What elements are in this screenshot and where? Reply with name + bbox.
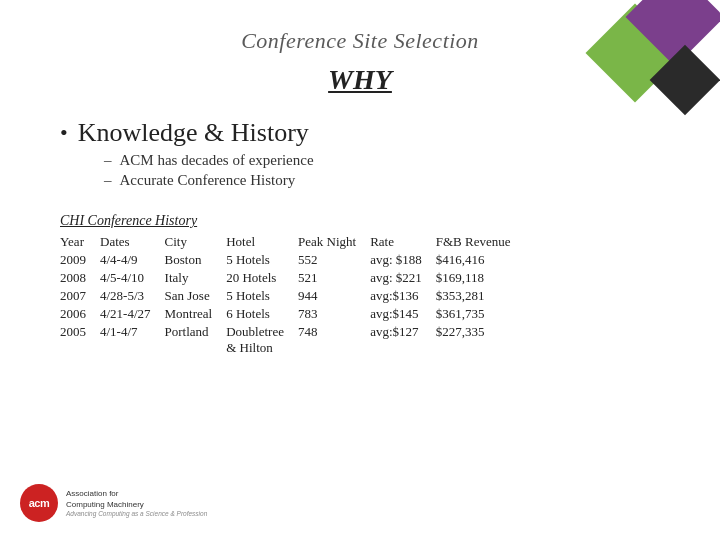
- cell-0-5: avg: $188: [370, 251, 436, 269]
- cell-1-6: $169,118: [436, 269, 525, 287]
- cell-3-1: 4/21-4/27: [100, 305, 165, 323]
- cell-1-3: 20 Hotels: [226, 269, 298, 287]
- sub-bullet-text-2: Accurate Conference History: [120, 172, 296, 189]
- col-rate: Rate: [370, 233, 436, 251]
- acm-text-block: Association forComputing Machinery Advan…: [66, 489, 207, 517]
- cell-3-0: 2006: [60, 305, 100, 323]
- acm-circle-logo: acm: [20, 484, 58, 522]
- chi-table-title: CHI Conference History: [60, 213, 720, 229]
- dash-icon: –: [104, 152, 112, 169]
- cell-2-0: 2007: [60, 287, 100, 305]
- cell-1-2: Italy: [165, 269, 227, 287]
- cell-4-2: Portland: [165, 323, 227, 357]
- table-row: 20074/28-5/3San Jose5 Hotels944avg:$136$…: [60, 287, 525, 305]
- col-hotel: Hotel: [226, 233, 298, 251]
- col-peak-night: Peak Night: [298, 233, 370, 251]
- main-content: • Knowledge & History – ACM has decades …: [0, 100, 720, 189]
- cell-1-0: 2008: [60, 269, 100, 287]
- cell-0-6: $416,416: [436, 251, 525, 269]
- cell-2-2: San Jose: [165, 287, 227, 305]
- cell-0-3: 5 Hotels: [226, 251, 298, 269]
- dash-icon-2: –: [104, 172, 112, 189]
- cell-4-1: 4/1-4/7: [100, 323, 165, 357]
- cell-1-1: 4/5-4/10: [100, 269, 165, 287]
- acm-logo: acm Association forComputing Machinery A…: [20, 484, 207, 522]
- table-row: 20084/5-4/10Italy20 Hotels521avg: $221$1…: [60, 269, 525, 287]
- cell-3-4: 783: [298, 305, 370, 323]
- col-city: City: [165, 233, 227, 251]
- cell-2-5: avg:$136: [370, 287, 436, 305]
- table-row: 20094/4-4/9Boston5 Hotels552avg: $188$41…: [60, 251, 525, 269]
- col-year: Year: [60, 233, 100, 251]
- bullet-section: • Knowledge & History: [60, 118, 720, 148]
- cell-2-4: 944: [298, 287, 370, 305]
- cell-3-6: $361,735: [436, 305, 525, 323]
- chi-section: CHI Conference History Year Dates City H…: [0, 213, 720, 357]
- cell-0-2: Boston: [165, 251, 227, 269]
- bullet-icon: •: [60, 120, 68, 146]
- sub-bullet-text-1: ACM has decades of experience: [120, 152, 314, 169]
- cell-0-4: 552: [298, 251, 370, 269]
- cell-3-3: 6 Hotels: [226, 305, 298, 323]
- cell-1-4: 521: [298, 269, 370, 287]
- sub-bullet-2: – Accurate Conference History: [104, 172, 720, 189]
- table-row: 20054/1-4/7PortlandDoubletree& Hilton748…: [60, 323, 525, 357]
- col-dates: Dates: [100, 233, 165, 251]
- knowledge-history-heading: Knowledge & History: [78, 118, 309, 148]
- cell-3-2: Montreal: [165, 305, 227, 323]
- acm-tagline: Advancing Computing as a Science & Profe…: [66, 510, 207, 517]
- corner-decoration: [590, 0, 720, 110]
- acm-circle-text: acm: [29, 497, 50, 509]
- cell-0-0: 2009: [60, 251, 100, 269]
- cell-4-0: 2005: [60, 323, 100, 357]
- cell-2-1: 4/28-5/3: [100, 287, 165, 305]
- col-fb-revenue: F&B Revenue: [436, 233, 525, 251]
- cell-4-5: avg:$127: [370, 323, 436, 357]
- acm-org-name: Association forComputing Machinery: [66, 489, 207, 510]
- cell-2-6: $353,281: [436, 287, 525, 305]
- cell-4-3: Doubletree& Hilton: [226, 323, 298, 357]
- cell-4-4: 748: [298, 323, 370, 357]
- cell-2-3: 5 Hotels: [226, 287, 298, 305]
- table-row: 20064/21-4/27Montreal6 Hotels783avg:$145…: [60, 305, 525, 323]
- cell-3-5: avg:$145: [370, 305, 436, 323]
- chi-table: Year Dates City Hotel Peak Night Rate F&…: [60, 233, 525, 357]
- sub-bullets: – ACM has decades of experience – Accura…: [60, 152, 720, 189]
- table-header-row: Year Dates City Hotel Peak Night Rate F&…: [60, 233, 525, 251]
- cell-0-1: 4/4-4/9: [100, 251, 165, 269]
- cell-4-6: $227,335: [436, 323, 525, 357]
- cell-1-5: avg: $221: [370, 269, 436, 287]
- sub-bullet-1: – ACM has decades of experience: [104, 152, 720, 169]
